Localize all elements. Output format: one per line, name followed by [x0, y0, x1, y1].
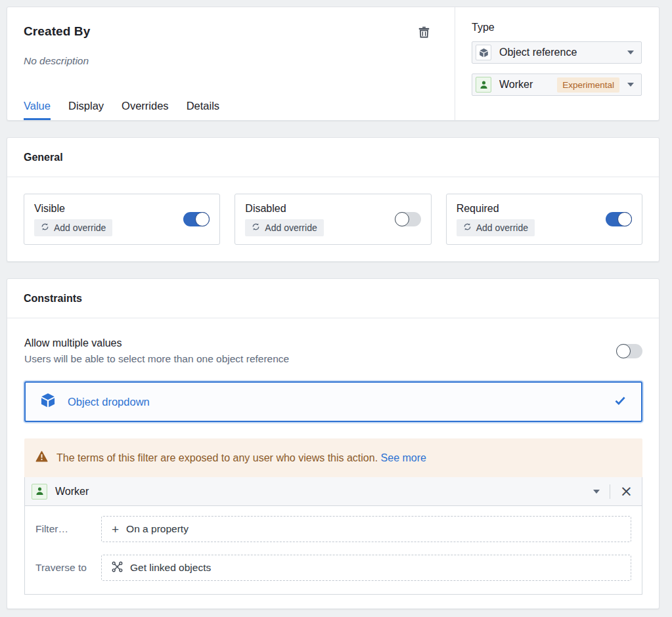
- disabled-add-override-button[interactable]: Add override: [245, 219, 323, 236]
- object-dropdown-label: Object dropdown: [68, 396, 150, 408]
- get-linked-objects-button[interactable]: Get linked objects: [101, 555, 631, 581]
- constraints-section: Constraints Allow multiple values Users …: [7, 278, 660, 609]
- see-more-link[interactable]: See more: [381, 452, 426, 463]
- visible-label: Visible: [34, 203, 112, 215]
- toggle-knob: [616, 344, 631, 358]
- cube-icon: [40, 393, 56, 411]
- person-icon: [476, 77, 491, 93]
- traverse-row-label: Traverse to: [35, 562, 101, 574]
- disabled-label: Disabled: [245, 203, 323, 215]
- disabled-card: Disabled Add override: [235, 194, 431, 245]
- tab-value[interactable]: Value: [24, 100, 51, 120]
- page-title: Created By: [24, 24, 90, 39]
- experimental-badge: Experimental: [557, 77, 619, 93]
- filter-warning-banner: The terms of this filter are exposed to …: [24, 438, 642, 477]
- type-panel: Type Object reference Worker Experiment: [455, 7, 659, 120]
- field-header-pane: Created By No description Value Di: [7, 7, 455, 120]
- filter-panel: Worker × Filter… + On a property Travers…: [24, 477, 642, 595]
- object-select[interactable]: Worker Experimental: [472, 74, 642, 96]
- required-card: Required Add override: [446, 194, 642, 245]
- filter-row-label: Filter…: [35, 523, 101, 535]
- disabled-toggle[interactable]: [395, 212, 421, 226]
- add-override-label: Add override: [476, 223, 528, 233]
- linked-objects-icon: [112, 561, 123, 575]
- on-a-property-label: On a property: [126, 523, 189, 535]
- toggle-knob: [617, 212, 632, 226]
- person-icon: [32, 484, 47, 500]
- required-toggle[interactable]: [606, 212, 632, 226]
- allow-multiple-description: Users will be able to select more than o…: [24, 353, 289, 365]
- object-dropdown-option[interactable]: Object dropdown: [24, 381, 642, 422]
- chevron-down-icon: [627, 83, 634, 87]
- add-override-label: Add override: [265, 223, 317, 233]
- get-linked-objects-label: Get linked objects: [130, 562, 211, 574]
- divider: [610, 484, 610, 499]
- field-header-card: Created By No description Value Di: [7, 7, 660, 121]
- refresh-icon: [41, 223, 49, 233]
- field-tabs: Value Display Overrides Details: [24, 100, 438, 120]
- delete-field-button[interactable]: [418, 26, 430, 41]
- general-section-title: General: [7, 138, 659, 177]
- visible-card: Visible Add override: [24, 194, 220, 245]
- tab-details[interactable]: Details: [187, 100, 219, 120]
- filter-object-label: Worker: [55, 486, 89, 498]
- warning-message: The terms of this filter are exposed to …: [56, 452, 378, 463]
- object-select-value: Worker: [499, 79, 533, 91]
- allow-multiple-toggle[interactable]: [616, 344, 642, 358]
- refresh-icon: [463, 223, 472, 233]
- toggle-knob: [195, 212, 210, 226]
- object-type-select[interactable]: Object reference: [472, 41, 642, 64]
- allow-multiple-label: Allow multiple values: [24, 337, 289, 349]
- object-type-value: Object reference: [499, 47, 577, 58]
- on-a-property-button[interactable]: + On a property: [101, 516, 631, 542]
- required-add-override-button[interactable]: Add override: [457, 219, 535, 236]
- toggle-knob: [395, 212, 409, 226]
- visible-toggle[interactable]: [183, 212, 210, 226]
- visible-add-override-button[interactable]: Add override: [34, 219, 112, 236]
- close-icon[interactable]: ×: [620, 484, 633, 499]
- tab-display[interactable]: Display: [68, 100, 104, 120]
- refresh-icon: [252, 223, 260, 233]
- required-label: Required: [457, 203, 535, 215]
- warning-icon: [35, 450, 48, 465]
- plus-icon: +: [112, 523, 119, 536]
- type-label: Type: [472, 22, 642, 33]
- cube-icon: [476, 45, 491, 60]
- add-override-label: Add override: [54, 223, 106, 233]
- tab-overrides[interactable]: Overrides: [122, 100, 169, 120]
- filter-object-select[interactable]: Worker ×: [25, 477, 642, 506]
- trash-icon: [418, 29, 430, 40]
- checkmark-icon: [614, 394, 627, 410]
- chevron-down-icon: [627, 51, 634, 54]
- constraints-section-title: Constraints: [7, 279, 659, 318]
- chevron-down-icon[interactable]: [593, 490, 600, 494]
- field-description: No description: [24, 55, 438, 67]
- general-section: General Visible Add override: [7, 137, 660, 262]
